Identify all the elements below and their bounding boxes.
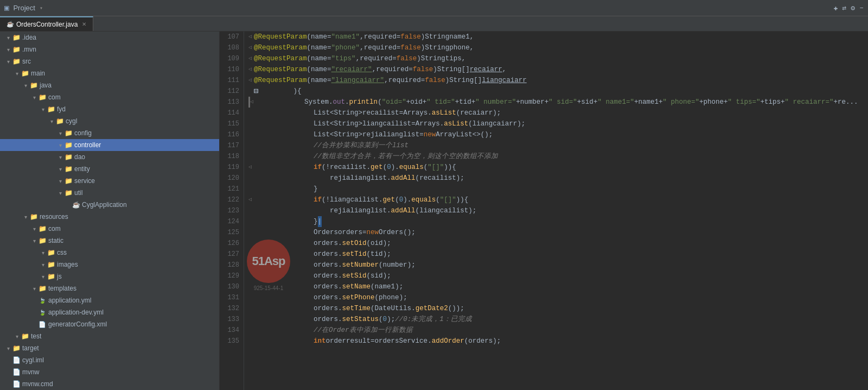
arrow-icon: ▾: [56, 190, 64, 196]
arrow-icon: ▾: [39, 262, 47, 268]
sidebar-item-label: target: [22, 344, 219, 352]
sidebar-item-application-dev-yml[interactable]: 🍃 application-dev.yml: [0, 306, 219, 318]
sidebar-item-src[interactable]: ▾ 📁 src: [0, 55, 219, 67]
sidebar-item-label: java: [40, 81, 219, 89]
code-line-134: ◁ //在Order表中添加一行新数据: [248, 325, 868, 336]
sidebar-item-main[interactable]: ▾ 📁 main: [0, 67, 219, 79]
arrow-icon: ▾: [4, 59, 12, 65]
arrow-icon: ▾: [56, 166, 64, 172]
sidebar-item-entity[interactable]: ▾ 📁 entity: [0, 163, 219, 175]
sidebar-item-css[interactable]: ▾ 📁 css: [0, 247, 219, 259]
arrow-icon: ▾: [48, 118, 55, 124]
sidebar-item-controller[interactable]: ▾ 📁 controller: [0, 139, 219, 151]
arrow-icon: ▾: [30, 238, 38, 244]
sidebar-item-java[interactable]: ▾ 📁 java: [0, 79, 219, 91]
code-line-126: ◁ orders.setOid(oid);: [248, 238, 868, 249]
sidebar: ▾ 📁 .idea ▾ 📁 .mvn ▾ 📁 src ▾ 📁 main: [0, 32, 220, 390]
sidebar-item-mvn[interactable]: ▾ 📁 .mvn: [0, 43, 219, 55]
sidebar-item-label: com: [48, 93, 219, 101]
code-line-116: ◁ List<String> rejialianglist = new Arra…: [248, 129, 868, 140]
code-line-127: ◁ orders.setTid(tid);: [248, 249, 868, 260]
folder-icon: 📁: [12, 34, 21, 41]
folder-icon: 📁: [38, 285, 47, 292]
sidebar-item-cygl-application[interactable]: ☕ CyglApplication: [0, 199, 219, 211]
arrow-icon: ▾: [4, 35, 12, 41]
folder-icon: 📁: [64, 177, 73, 185]
sidebar-item-resources[interactable]: ▾ 📁 resources: [0, 211, 219, 223]
sidebar-item-label: application.yml: [48, 297, 219, 304]
sidebar-item-mvnw-cmd[interactable]: 📄 mvnw.cmd: [0, 378, 219, 390]
sidebar-item-mvnw[interactable]: 📄 mvnw: [0, 366, 219, 378]
tab-bar: ☕ OrdersController.java ✕: [0, 16, 868, 32]
sidebar-item-label: mvnw.cmd: [22, 380, 219, 388]
sidebar-item-idea[interactable]: ▾ 📁 .idea: [0, 32, 219, 43]
code-line-125: ◁ Orders orders = new Orders();: [248, 227, 868, 238]
sidebar-item-generator-config[interactable]: 📄 generatorConfig.xml: [0, 318, 219, 330]
code-line-118: ◁ //数组非空才合并，若有一个为空，则这个空的数组不添加: [248, 151, 868, 162]
tab-close-button[interactable]: ✕: [82, 21, 86, 27]
yaml-icon: 🍃: [38, 298, 47, 304]
sidebar-item-label: css: [57, 249, 219, 256]
xml-icon: 📄: [38, 321, 47, 328]
sidebar-item-config[interactable]: ▾ 📁 config: [0, 127, 219, 139]
sidebar-item-label: test: [31, 332, 219, 340]
tab-java-icon: ☕: [7, 21, 14, 28]
dropdown-arrow: ▾: [40, 5, 43, 11]
code-line-131: ◁ orders.setPhone(phone);: [248, 292, 868, 303]
folder-icon: 📁: [21, 332, 29, 340]
sidebar-item-com[interactable]: ▾ 📁 com: [0, 91, 219, 103]
sidebar-item-images[interactable]: ▾ 📁 images: [0, 259, 219, 271]
sidebar-item-target[interactable]: ▾ 📁 target: [0, 342, 219, 354]
arrow-icon: ▾: [13, 71, 21, 77]
arrow-icon: ▾: [56, 154, 64, 160]
sidebar-item-service[interactable]: ▾ 📁 service: [0, 175, 219, 187]
arrow-icon: ▾: [22, 214, 29, 220]
folder-icon: 📁: [21, 70, 29, 77]
code-line-130: ◁ orders.setName(name1);: [248, 281, 868, 292]
sidebar-item-cygl[interactable]: ▾ 📁 cygl: [0, 115, 219, 127]
sidebar-item-static[interactable]: ▾ 📁 static: [0, 235, 219, 247]
folder-icon: 📁: [29, 81, 38, 89]
code-line-135: ◁ int orderresult = ordersService.addOrd…: [248, 336, 868, 347]
code-line-128: ◁ orders.setNumber(number);: [248, 260, 868, 271]
sidebar-item-application-yml[interactable]: 🍃 application.yml: [0, 294, 219, 306]
arrow-icon: ▾: [56, 178, 64, 184]
sidebar-item-com2[interactable]: ▾ 📁 com: [0, 223, 219, 235]
main-layout: ▾ 📁 .idea ▾ 📁 .mvn ▾ 📁 src ▾ 📁 main: [0, 32, 868, 390]
sidebar-item-templates[interactable]: ▾ 📁 templates: [0, 282, 219, 294]
tab-orders-controller[interactable]: ☕ OrdersController.java ✕: [0, 16, 93, 31]
sidebar-item-js[interactable]: ▾ 📁 js: [0, 271, 219, 282]
folder-icon: 📁: [64, 189, 73, 197]
sidebar-item-test[interactable]: ▾ 📁 test: [0, 330, 219, 342]
sidebar-item-cygl-iml[interactable]: 📄 cygl.iml: [0, 354, 219, 366]
sidebar-item-util[interactable]: ▾ 📁 util: [0, 187, 219, 199]
sidebar-item-label: CyglApplication: [82, 201, 219, 209]
arrow-icon: ▾: [4, 345, 12, 351]
folder-icon: 📁: [38, 93, 47, 101]
folder-icon: 📁: [12, 344, 21, 352]
sidebar-item-label: fyd: [57, 105, 219, 113]
folder-icon: 📁: [64, 165, 73, 173]
sidebar-item-label: main: [31, 70, 219, 77]
add-icon[interactable]: ✚: [834, 4, 838, 12]
arrow-icon: ▾: [4, 47, 12, 53]
settings-icon[interactable]: ⚙: [851, 4, 855, 12]
sidebar-item-label: generatorConfig.xml: [48, 320, 219, 328]
sync-icon[interactable]: ⇄: [843, 4, 847, 12]
code-line-133: ◁ orders.setStatus(0) ;//0:未完成，1：已完成: [248, 314, 868, 325]
minimize-icon[interactable]: –: [859, 4, 864, 12]
arrow-icon: ▾: [56, 142, 64, 148]
sidebar-item-label: images: [57, 261, 219, 268]
line-numbers: 107108109110111 112113114115116 11711811…: [220, 32, 244, 390]
sidebar-item-dao[interactable]: ▾ 📁 dao: [0, 151, 219, 163]
arrow-icon: ▾: [13, 334, 21, 339]
sidebar-item-label: entity: [74, 165, 219, 173]
code-line-120: ◁ rejialianglist.addAll(recailist);: [248, 173, 868, 184]
folder-icon: 📁: [38, 237, 47, 244]
code-line-121: ◁ }: [248, 184, 868, 194]
code-content: ◁ @RequestParam(name = "name1", required…: [244, 32, 868, 390]
sidebar-item-label: dao: [74, 153, 219, 161]
sidebar-item-label: config: [74, 129, 219, 137]
sidebar-item-fyd[interactable]: ▾ 📁 fyd: [0, 103, 219, 115]
sidebar-item-label: js: [57, 273, 219, 280]
